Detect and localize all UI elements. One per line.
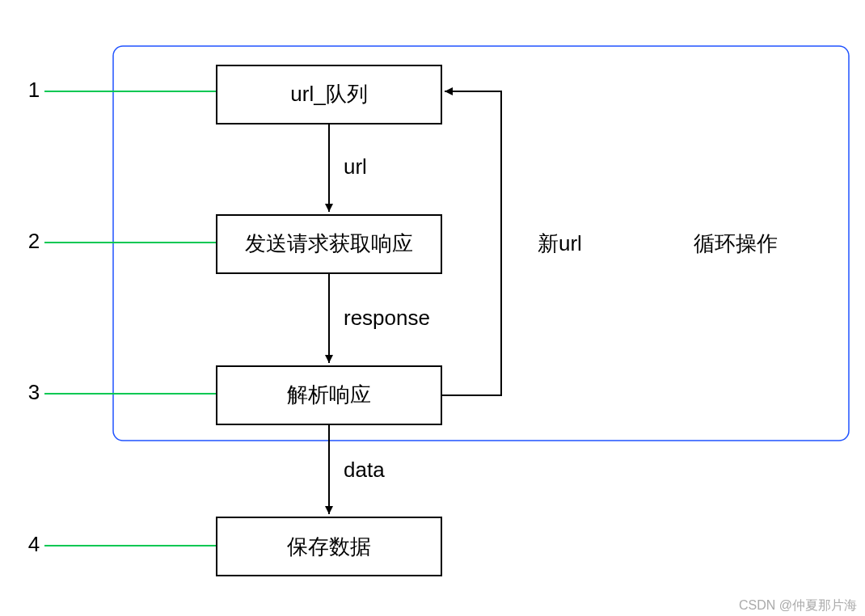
step-number-4: 4 — [28, 532, 40, 556]
step-number-1: 1 — [28, 78, 40, 102]
flow-diagram: url_队列 发送请求获取响应 解析响应 保存数据 url response d… — [0, 0, 865, 616]
box-parse-response-label: 解析响应 — [287, 382, 371, 407]
watermark: CSDN @仲夏那片海 — [739, 598, 857, 612]
edge-url-label: url — [344, 154, 367, 179]
arrow-new-url — [441, 91, 501, 395]
edge-data-label: data — [344, 458, 385, 482]
edge-response-label: response — [344, 306, 430, 330]
box-send-request-label: 发送请求获取响应 — [245, 231, 413, 255]
step-number-2: 2 — [28, 229, 40, 253]
step-number-3: 3 — [28, 380, 40, 404]
box-url-queue-label: url_队列 — [290, 82, 367, 106]
loop-label: 循环操作 — [694, 231, 778, 255]
box-save-data-label: 保存数据 — [287, 534, 371, 559]
edge-new-url-label: 新url — [538, 231, 582, 255]
